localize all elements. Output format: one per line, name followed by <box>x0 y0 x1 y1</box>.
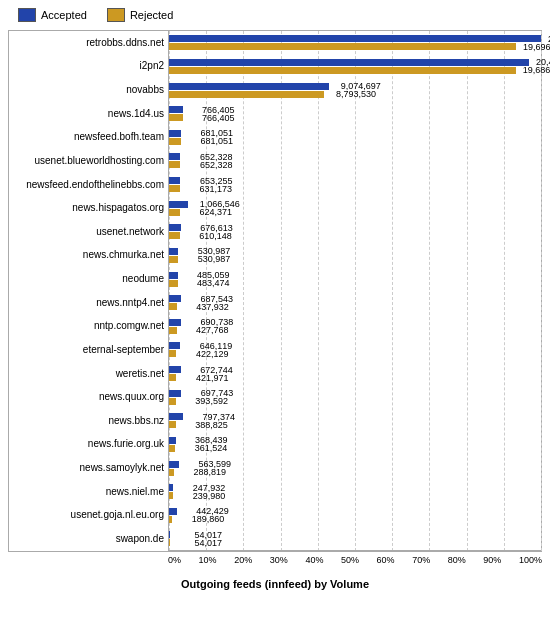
bar-row: 697,743393,592 <box>169 388 541 406</box>
y-label: i2pn2 <box>9 61 164 71</box>
bar-row: 9,074,6978,793,530 <box>169 81 541 99</box>
bar-row: 368,439361,524 <box>169 435 541 453</box>
rejected-value: 624,371 <box>199 207 232 217</box>
x-tick-label: 50% <box>341 555 359 565</box>
chart-title: Outgoing feeds (innfeed) by Volume <box>8 578 542 590</box>
rejected-value: 19,696,384 <box>523 42 550 52</box>
rejected-value: 652,328 <box>200 160 233 170</box>
rejected-value: 8,793,530 <box>336 89 376 99</box>
bar-pair: 563,599288,819 <box>169 461 541 476</box>
bar-accepted: 9,074,697 <box>169 83 329 90</box>
y-label: nntp.comgw.net <box>9 321 164 331</box>
bar-rejected: 530,987 <box>169 256 178 263</box>
y-label: news.bbs.nz <box>9 416 164 426</box>
bar-row: 21,112,97819,696,384 <box>169 34 541 52</box>
bar-pair: 368,439361,524 <box>169 437 541 452</box>
legend-accepted-box <box>18 8 36 22</box>
bar-accepted: 21,112,978 <box>169 35 541 42</box>
bar-pair: 646,119422,129 <box>169 342 541 357</box>
bar-pair: 766,405766,405 <box>169 106 541 121</box>
y-label: retrobbs.ddns.net <box>9 38 164 48</box>
bar-row: 681,051681,051 <box>169 128 541 146</box>
bar-accepted: 54,017 <box>169 531 170 538</box>
bar-row: 485,059483,474 <box>169 270 541 288</box>
x-tick-label: 20% <box>234 555 252 565</box>
bar-pair: 485,059483,474 <box>169 272 541 287</box>
bar-rejected: 427,768 <box>169 327 177 334</box>
rejected-value: 427,768 <box>196 325 229 335</box>
bar-accepted: 442,429 <box>169 508 177 515</box>
bar-accepted: 368,439 <box>169 437 176 444</box>
y-label: news.1d4.us <box>9 109 164 119</box>
y-label: news.quux.org <box>9 392 164 402</box>
legend-accepted: Accepted <box>18 8 87 22</box>
bar-accepted: 652,328 <box>169 153 180 160</box>
bar-rejected: 624,371 <box>169 209 180 216</box>
y-label: weretis.net <box>9 369 164 379</box>
rejected-value: 483,474 <box>197 278 230 288</box>
bar-accepted: 681,051 <box>169 130 181 137</box>
bar-pair: 442,429189,860 <box>169 508 541 523</box>
rejected-value: 681,051 <box>200 136 233 146</box>
rejected-value: 19,686,732 <box>523 65 550 75</box>
bar-rejected: 54,017 <box>169 539 170 546</box>
y-labels: retrobbs.ddns.neti2pn2novabbsnews.1d4.us… <box>9 31 169 551</box>
bar-rejected: 483,474 <box>169 280 178 287</box>
bar-rejected: 388,825 <box>169 421 176 428</box>
bar-rejected: 437,932 <box>169 303 177 310</box>
bar-accepted: 687,543 <box>169 295 181 302</box>
bar-row: 687,543437,932 <box>169 294 541 312</box>
bar-accepted: 485,059 <box>169 272 178 279</box>
bar-row: 442,429189,860 <box>169 506 541 524</box>
bar-row: 54,01754,017 <box>169 530 541 548</box>
bar-accepted: 672,744 <box>169 366 181 373</box>
legend-rejected-box <box>107 8 125 22</box>
bar-accepted: 1,066,546 <box>169 201 188 208</box>
bar-accepted: 646,119 <box>169 342 180 349</box>
bar-accepted: 20,431,006 <box>169 59 529 66</box>
rejected-value: 437,932 <box>196 302 229 312</box>
bar-pair: 21,112,97819,696,384 <box>169 35 541 50</box>
bar-pair: 690,738427,768 <box>169 319 541 334</box>
legend-rejected: Rejected <box>107 8 173 22</box>
y-label: newsfeed.bofh.team <box>9 132 164 142</box>
bar-rejected: 8,793,530 <box>169 91 324 98</box>
bar-pair: 247,932239,980 <box>169 484 541 499</box>
bar-row: 690,738427,768 <box>169 317 541 335</box>
chart-area: retrobbs.ddns.neti2pn2novabbsnews.1d4.us… <box>8 30 542 552</box>
bar-pair: 797,374388,825 <box>169 413 541 428</box>
rejected-value: 393,592 <box>195 396 228 406</box>
bar-pair: 652,328652,328 <box>169 153 541 168</box>
rejected-value: 288,819 <box>194 467 227 477</box>
rejected-value: 766,405 <box>202 113 235 123</box>
bar-rejected: 652,328 <box>169 161 180 168</box>
bar-pair: 687,543437,932 <box>169 295 541 310</box>
bar-accepted: 563,599 <box>169 461 179 468</box>
rejected-value: 421,971 <box>196 373 229 383</box>
bar-pair: 681,051681,051 <box>169 130 541 145</box>
y-label: news.nntp4.net <box>9 298 164 308</box>
bar-row: 676,613610,148 <box>169 223 541 241</box>
legend-accepted-label: Accepted <box>41 9 87 21</box>
bar-row: 530,987530,987 <box>169 246 541 264</box>
x-tick-label: 80% <box>448 555 466 565</box>
y-label: newsfeed.endofthelinebbs.com <box>9 180 164 190</box>
legend-rejected-label: Rejected <box>130 9 173 21</box>
bar-rejected: 422,129 <box>169 350 176 357</box>
bar-accepted: 676,613 <box>169 224 181 231</box>
bar-pair: 9,074,6978,793,530 <box>169 83 541 98</box>
bar-pair: 653,255631,173 <box>169 177 541 192</box>
rejected-value: 388,825 <box>195 420 228 430</box>
bar-pair: 676,613610,148 <box>169 224 541 239</box>
bar-accepted: 530,987 <box>169 248 178 255</box>
bar-pair: 697,743393,592 <box>169 390 541 405</box>
bar-accepted: 247,932 <box>169 484 173 491</box>
bar-rejected: 19,696,384 <box>169 43 516 50</box>
bar-row: 766,405766,405 <box>169 105 541 123</box>
bar-row: 652,328652,328 <box>169 152 541 170</box>
y-label: news.hispagatos.org <box>9 203 164 213</box>
bar-row: 653,255631,173 <box>169 176 541 194</box>
bars-section: 21,112,97819,696,38420,431,00619,686,732… <box>169 31 541 551</box>
bar-pair: 20,431,00619,686,732 <box>169 59 541 74</box>
bar-row: 20,431,00619,686,732 <box>169 57 541 75</box>
